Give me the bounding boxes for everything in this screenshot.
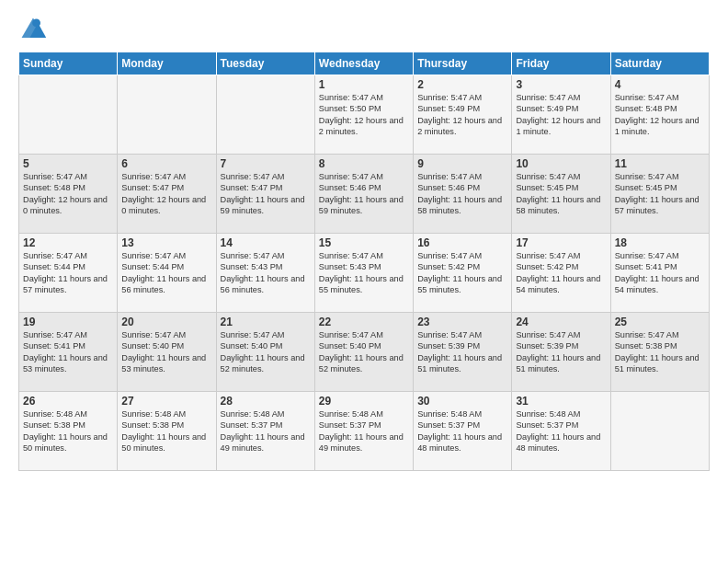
calendar-cell: 13Sunrise: 5:47 AM Sunset: 5:44 PM Dayli…: [118, 234, 216, 313]
day-number: 13: [121, 236, 211, 249]
day-detail: Sunrise: 5:47 AM Sunset: 5:47 PM Dayligh…: [221, 171, 311, 217]
calendar-cell: 21Sunrise: 5:47 AM Sunset: 5:40 PM Dayli…: [216, 313, 314, 392]
calendar-cell: 20Sunrise: 5:47 AM Sunset: 5:40 PM Dayli…: [118, 313, 216, 392]
day-detail: Sunrise: 5:48 AM Sunset: 5:37 PM Dayligh…: [221, 408, 311, 454]
calendar-page: SundayMondayTuesdayWednesdayThursdayFrid…: [0, 0, 728, 563]
day-number: 6: [121, 157, 211, 170]
calendar-cell: 9Sunrise: 5:47 AM Sunset: 5:46 PM Daylig…: [414, 155, 512, 234]
day-header-thursday: Thursday: [414, 52, 512, 75]
day-number: 10: [516, 157, 606, 170]
calendar-cell: 2Sunrise: 5:47 AM Sunset: 5:49 PM Daylig…: [414, 75, 512, 155]
day-number: 4: [615, 78, 705, 91]
calendar-cell: 25Sunrise: 5:47 AM Sunset: 5:38 PM Dayli…: [610, 313, 709, 392]
day-detail: Sunrise: 5:47 AM Sunset: 5:48 PM Dayligh…: [23, 171, 113, 217]
day-header-sunday: Sunday: [19, 52, 118, 75]
day-detail: Sunrise: 5:47 AM Sunset: 5:45 PM Dayligh…: [516, 171, 606, 217]
day-detail: Sunrise: 5:47 AM Sunset: 5:46 PM Dayligh…: [319, 171, 409, 217]
calendar-cell: 5Sunrise: 5:47 AM Sunset: 5:48 PM Daylig…: [19, 155, 118, 234]
calendar-week-4: 19Sunrise: 5:47 AM Sunset: 5:41 PM Dayli…: [19, 313, 710, 392]
day-number: 3: [516, 78, 606, 91]
calendar-cell: 19Sunrise: 5:47 AM Sunset: 5:41 PM Dayli…: [19, 313, 118, 392]
calendar-cell: [118, 75, 216, 155]
calendar-cell: 10Sunrise: 5:47 AM Sunset: 5:45 PM Dayli…: [512, 155, 610, 234]
day-detail: Sunrise: 5:47 AM Sunset: 5:40 PM Dayligh…: [319, 329, 409, 375]
day-number: 19: [23, 316, 113, 328]
calendar-cell: 7Sunrise: 5:47 AM Sunset: 5:47 PM Daylig…: [216, 155, 314, 234]
day-detail: Sunrise: 5:47 AM Sunset: 5:39 PM Dayligh…: [516, 329, 606, 375]
calendar-cell: 1Sunrise: 5:47 AM Sunset: 5:50 PM Daylig…: [314, 75, 413, 155]
day-header-friday: Friday: [512, 52, 610, 75]
calendar-cell: 23Sunrise: 5:47 AM Sunset: 5:39 PM Dayli…: [414, 313, 512, 392]
day-number: 1: [319, 78, 409, 91]
calendar-cell: 24Sunrise: 5:47 AM Sunset: 5:39 PM Dayli…: [512, 313, 610, 392]
logo-icon: [18, 15, 48, 44]
day-detail: Sunrise: 5:47 AM Sunset: 5:48 PM Dayligh…: [615, 92, 705, 138]
day-header-tuesday: Tuesday: [216, 52, 314, 75]
logo: [18, 15, 51, 44]
day-number: 21: [221, 316, 311, 328]
calendar-cell: 11Sunrise: 5:47 AM Sunset: 5:45 PM Dayli…: [610, 155, 709, 234]
day-detail: Sunrise: 5:47 AM Sunset: 5:40 PM Dayligh…: [121, 329, 211, 375]
day-number: 23: [417, 316, 507, 328]
day-header-monday: Monday: [118, 52, 216, 75]
calendar-week-3: 12Sunrise: 5:47 AM Sunset: 5:44 PM Dayli…: [19, 234, 710, 313]
calendar-cell: 17Sunrise: 5:47 AM Sunset: 5:42 PM Dayli…: [512, 234, 610, 313]
day-detail: Sunrise: 5:47 AM Sunset: 5:40 PM Dayligh…: [221, 329, 311, 375]
day-number: 11: [615, 157, 705, 170]
day-number: 27: [121, 395, 211, 408]
calendar-cell: 18Sunrise: 5:47 AM Sunset: 5:41 PM Dayli…: [610, 234, 709, 313]
day-number: 12: [23, 236, 113, 249]
day-detail: Sunrise: 5:47 AM Sunset: 5:41 PM Dayligh…: [615, 250, 705, 296]
day-detail: Sunrise: 5:47 AM Sunset: 5:42 PM Dayligh…: [417, 250, 507, 296]
day-number: 8: [319, 157, 409, 170]
calendar-cell: [610, 392, 709, 471]
header: [18, 15, 710, 44]
day-detail: Sunrise: 5:47 AM Sunset: 5:46 PM Dayligh…: [417, 171, 507, 217]
calendar-cell: 16Sunrise: 5:47 AM Sunset: 5:42 PM Dayli…: [414, 234, 512, 313]
day-detail: Sunrise: 5:47 AM Sunset: 5:50 PM Dayligh…: [319, 92, 409, 138]
day-number: 14: [221, 236, 311, 249]
calendar-week-2: 5Sunrise: 5:47 AM Sunset: 5:48 PM Daylig…: [19, 155, 710, 234]
calendar-week-1: 1Sunrise: 5:47 AM Sunset: 5:50 PM Daylig…: [19, 75, 710, 155]
calendar-cell: 30Sunrise: 5:48 AM Sunset: 5:37 PM Dayli…: [414, 392, 512, 471]
calendar-cell: 6Sunrise: 5:47 AM Sunset: 5:47 PM Daylig…: [118, 155, 216, 234]
calendar-cell: 15Sunrise: 5:47 AM Sunset: 5:43 PM Dayli…: [314, 234, 413, 313]
day-detail: Sunrise: 5:47 AM Sunset: 5:42 PM Dayligh…: [516, 250, 606, 296]
day-detail: Sunrise: 5:47 AM Sunset: 5:41 PM Dayligh…: [23, 329, 113, 375]
day-detail: Sunrise: 5:47 AM Sunset: 5:45 PM Dayligh…: [615, 171, 705, 217]
day-detail: Sunrise: 5:47 AM Sunset: 5:43 PM Dayligh…: [319, 250, 409, 296]
day-number: 16: [417, 236, 507, 249]
calendar-cell: 8Sunrise: 5:47 AM Sunset: 5:46 PM Daylig…: [314, 155, 413, 234]
day-detail: Sunrise: 5:48 AM Sunset: 5:37 PM Dayligh…: [516, 408, 606, 454]
day-detail: Sunrise: 5:47 AM Sunset: 5:39 PM Dayligh…: [417, 329, 507, 375]
day-number: 5: [23, 157, 113, 170]
calendar-cell: 14Sunrise: 5:47 AM Sunset: 5:43 PM Dayli…: [216, 234, 314, 313]
calendar-cell: 28Sunrise: 5:48 AM Sunset: 5:37 PM Dayli…: [216, 392, 314, 471]
day-number: 28: [221, 395, 311, 408]
day-number: 22: [319, 316, 409, 328]
calendar-cell: 3Sunrise: 5:47 AM Sunset: 5:49 PM Daylig…: [512, 75, 610, 155]
day-detail: Sunrise: 5:48 AM Sunset: 5:38 PM Dayligh…: [121, 408, 211, 454]
day-number: 9: [417, 157, 507, 170]
calendar-cell: 4Sunrise: 5:47 AM Sunset: 5:48 PM Daylig…: [610, 75, 709, 155]
day-number: 26: [23, 395, 113, 408]
calendar-cell: 27Sunrise: 5:48 AM Sunset: 5:38 PM Dayli…: [118, 392, 216, 471]
day-detail: Sunrise: 5:48 AM Sunset: 5:38 PM Dayligh…: [23, 408, 113, 454]
day-header-saturday: Saturday: [610, 52, 709, 75]
day-number: 15: [319, 236, 409, 249]
day-detail: Sunrise: 5:48 AM Sunset: 5:37 PM Dayligh…: [319, 408, 409, 454]
day-detail: Sunrise: 5:47 AM Sunset: 5:43 PM Dayligh…: [221, 250, 311, 296]
day-header-wednesday: Wednesday: [314, 52, 413, 75]
calendar-cell: 22Sunrise: 5:47 AM Sunset: 5:40 PM Dayli…: [314, 313, 413, 392]
calendar-header-row: SundayMondayTuesdayWednesdayThursdayFrid…: [19, 52, 710, 75]
day-number: 25: [615, 316, 705, 328]
day-detail: Sunrise: 5:48 AM Sunset: 5:37 PM Dayligh…: [417, 408, 507, 454]
calendar-cell: 12Sunrise: 5:47 AM Sunset: 5:44 PM Dayli…: [19, 234, 118, 313]
calendar-cell: 29Sunrise: 5:48 AM Sunset: 5:37 PM Dayli…: [314, 392, 413, 471]
calendar-cell: [216, 75, 314, 155]
calendar-week-5: 26Sunrise: 5:48 AM Sunset: 5:38 PM Dayli…: [19, 392, 710, 471]
day-number: 7: [221, 157, 311, 170]
day-number: 20: [121, 316, 211, 328]
day-detail: Sunrise: 5:47 AM Sunset: 5:47 PM Dayligh…: [121, 171, 211, 217]
day-detail: Sunrise: 5:47 AM Sunset: 5:44 PM Dayligh…: [121, 250, 211, 296]
